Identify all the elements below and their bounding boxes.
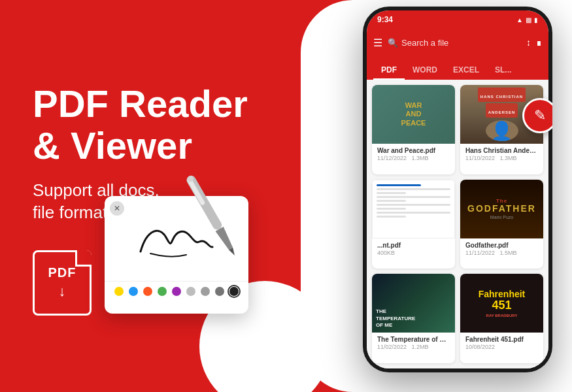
file-meta: 10/08/2022 <box>465 344 538 350</box>
color-blue[interactable] <box>129 287 138 296</box>
doc-line <box>377 208 406 210</box>
doc-line <box>377 216 406 218</box>
edit-fab-button[interactable]: ✎ <box>522 98 552 133</box>
color-black[interactable] <box>229 287 239 296</box>
file-type-tabs: PDF WORD EXCEL SL... <box>367 56 548 80</box>
close-button[interactable]: ✕ <box>110 201 124 216</box>
file-name: War and Peace.pdf <box>377 147 450 154</box>
doc-line <box>377 188 450 190</box>
file-info: Hans Christian Anders...pdf 11/10/2022 1… <box>460 144 543 165</box>
tab-other[interactable]: SL... <box>487 61 519 80</box>
search-placeholder: Search a file <box>401 38 448 48</box>
file-meta: 400KB <box>377 250 450 256</box>
file-thumbnail: Fahrenheit 451 RAY BRADBURY <box>460 274 543 333</box>
file-name: Godfather.pdf <box>465 242 538 249</box>
phone-screen: 9:34 ▲ ▩ ▮ ☰ 🔍 Search a file ↕ ∎ <box>367 10 548 368</box>
doc-line <box>377 184 421 186</box>
doc-line <box>377 204 450 206</box>
download-icon: ↓ <box>59 283 66 300</box>
search-icon: 🔍 <box>388 38 398 48</box>
grid-icon[interactable]: ∎ <box>536 37 542 48</box>
file-meta: 11/12/2022 1.3MB <box>377 155 450 161</box>
file-info: ...nt.pdf 400KB <box>372 238 455 260</box>
pdf-label: PDF <box>48 265 76 280</box>
signal-icon: ▩ <box>526 16 531 24</box>
file-info: War and Peace.pdf 11/12/2022 1.3MB <box>372 144 455 165</box>
file-thumbnail <box>372 180 455 238</box>
color-palette <box>105 281 248 301</box>
file-name: Hans Christian Anders...pdf <box>465 147 538 154</box>
doc-line <box>377 212 450 214</box>
file-info: The Temperature of me...pdf 11/02/2022 1… <box>372 333 455 354</box>
status-time: 9:34 <box>377 15 393 24</box>
doc-line <box>377 192 406 194</box>
file-name: ...nt.pdf <box>377 242 450 249</box>
color-purple[interactable] <box>172 287 181 296</box>
color-orange[interactable] <box>143 287 152 296</box>
search-bar[interactable]: 🔍 Search a file <box>388 38 521 48</box>
tab-excel[interactable]: EXCEL <box>445 61 487 80</box>
file-meta: 11/11/2022 1.5MB <box>465 250 538 256</box>
file-card-fahrenheit[interactable]: Fahrenheit 451 RAY BRADBURY Fahrenheit 4… <box>460 274 543 363</box>
color-dark-gray[interactable] <box>215 287 224 296</box>
file-info: Godfather.pdf 11/11/2022 1.5MB <box>460 238 543 260</box>
header-icons: ↕ ∎ <box>526 37 542 48</box>
doc-line <box>377 196 450 198</box>
file-info: Fahrenheit 451.pdf 10/08/2022 <box>460 333 543 354</box>
file-card-doc[interactable]: ...nt.pdf 400KB <box>372 180 455 269</box>
status-icons: ▲ ▩ ▮ <box>516 16 538 24</box>
file-thumbnail: WARAndPEACE <box>372 85 455 144</box>
sort-icon[interactable]: ↕ <box>526 37 531 48</box>
file-name: Fahrenheit 451.pdf <box>465 336 538 343</box>
wifi-icon: ▲ <box>516 16 523 24</box>
color-green[interactable] <box>158 287 167 296</box>
edit-icon: ✎ <box>534 107 546 124</box>
doc-line <box>377 200 406 202</box>
file-thumbnail: The GODFATHER Mario Puzo <box>460 180 543 238</box>
file-card-godfather[interactable]: The GODFATHER Mario Puzo Godfather.pdf 1… <box>460 180 543 269</box>
file-grid: WARAndPEACE War and Peace.pdf 11/12/2022… <box>367 80 548 368</box>
file-meta: 11/02/2022 1.2MB <box>377 344 450 350</box>
phone-mockup: 9:34 ▲ ▩ ▮ ☰ 🔍 Search a file ↕ ∎ <box>356 7 559 379</box>
file-card-war-peace[interactable]: WARAndPEACE War and Peace.pdf 11/12/2022… <box>372 85 455 174</box>
color-light-gray[interactable] <box>186 287 195 296</box>
tab-word[interactable]: WORD <box>405 61 445 80</box>
color-yellow[interactable] <box>114 287 124 296</box>
app-title: PDF Reader & Viewer <box>33 83 275 167</box>
hamburger-icon[interactable]: ☰ <box>373 37 382 49</box>
svg-marker-2 <box>216 227 235 251</box>
file-meta: 11/10/2022 1.3MB <box>465 155 538 161</box>
tab-pdf[interactable]: PDF <box>373 61 405 80</box>
app-header: ☰ 🔍 Search a file ↕ ∎ <box>367 29 548 56</box>
book-cover-title: WARAndPEACE <box>401 101 426 127</box>
pdf-icon-box: PDF ↓ <box>33 250 92 316</box>
battery-icon: ▮ <box>534 16 538 24</box>
phone-frame: 9:34 ▲ ▩ ▮ ☰ 🔍 Search a file ↕ ∎ <box>363 7 552 372</box>
file-thumbnail: THETEMPERATUREOF ME <box>372 274 455 333</box>
file-card-temperature[interactable]: THETEMPERATUREOF ME The Temperature of m… <box>372 274 455 363</box>
file-name: The Temperature of me...pdf <box>377 336 450 343</box>
status-bar: 9:34 ▲ ▩ ▮ <box>367 10 548 29</box>
color-gray[interactable] <box>201 287 210 296</box>
